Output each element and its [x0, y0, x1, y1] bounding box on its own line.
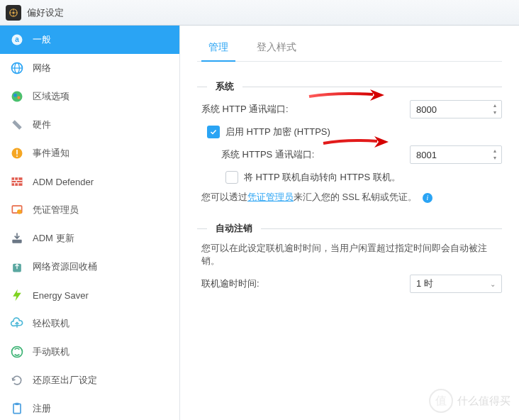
- svg-rect-31: [16, 403, 19, 405]
- sidebar-item-cert[interactable]: 凭证管理员: [0, 196, 179, 224]
- sidebar-item-recycle[interactable]: 网络资源回收桶: [0, 253, 179, 281]
- enable-https-checkbox[interactable]: [207, 126, 220, 138]
- svg-point-11: [12, 92, 23, 102]
- cert-manager-link[interactable]: 凭证管理员: [247, 192, 294, 202]
- content-panel: 管理 登入样式 系统 系统 HTTP 通讯端口: ▴▾: [180, 26, 519, 420]
- sidebar: a 一般 网络 区域选项 硬件 事件通知 ADM Defender 凭证管理员: [0, 26, 180, 420]
- svg-point-13: [17, 96, 20, 99]
- sidebar-item-label: ADM Defender: [33, 177, 94, 187]
- sidebar-item-manual[interactable]: 手动联机: [0, 338, 179, 366]
- clipboard-icon: [10, 402, 24, 416]
- recycle-icon: [10, 260, 24, 274]
- sidebar-item-register[interactable]: 注册: [0, 394, 179, 420]
- sidebar-item-label: 凭证管理员: [33, 204, 79, 216]
- http-port-spinners[interactable]: ▴▾: [490, 101, 500, 117]
- sidebar-item-label: 区域选项: [33, 90, 69, 103]
- sidebar-item-label: 事件通知: [33, 147, 69, 160]
- http-port-value[interactable]: [411, 104, 501, 115]
- timeout-value: 1 时: [416, 277, 433, 290]
- cloud-icon: [10, 316, 24, 331]
- manual-connect-icon: [10, 345, 24, 359]
- sidebar-item-label: 手动联机: [33, 346, 69, 358]
- https-port-input[interactable]: ▴▾: [410, 145, 502, 164]
- sidebar-item-hardware[interactable]: 硬件: [0, 111, 179, 139]
- http-port-label: 系统 HTTP 通讯端口:: [201, 103, 329, 116]
- sidebar-item-label: Energy Saver: [33, 290, 89, 301]
- globe-icon: [10, 61, 24, 75]
- https-port-spinners[interactable]: ▴▾: [490, 147, 500, 162]
- redirect-checkbox[interactable]: [225, 171, 238, 184]
- watermark: 值 什么值得买: [429, 389, 510, 413]
- hardware-icon: [10, 118, 24, 132]
- logout-hint: 您可以在此设定联机逾时时间，当用户闲置超过指定时间即会自动被注销。: [201, 242, 502, 267]
- sidebar-item-general[interactable]: a 一般: [0, 26, 179, 54]
- sidebar-item-factory[interactable]: 还原至出厂设定: [0, 366, 179, 394]
- app-icon: [6, 5, 21, 21]
- sidebar-item-label: 轻松联机: [33, 317, 69, 330]
- sidebar-item-update[interactable]: ADM 更新: [0, 224, 179, 253]
- general-icon: a: [10, 33, 24, 47]
- tab-login-style[interactable]: 登入样式: [254, 35, 299, 61]
- svg-rect-16: [16, 155, 18, 157]
- tabs: 管理 登入样式: [197, 35, 502, 62]
- sidebar-item-ezconnect[interactable]: 轻松联机: [0, 309, 179, 338]
- svg-rect-27: [12, 240, 21, 243]
- reset-icon: [10, 373, 24, 387]
- sidebar-item-label: ADM 更新: [33, 232, 74, 245]
- svg-rect-17: [12, 177, 23, 186]
- sidebar-item-label: 网络: [33, 62, 51, 74]
- svg-point-1: [12, 11, 15, 14]
- system-section: 系统 系统 HTTP 通讯端口: ▴▾ 启用 HTTP 加密 (HTTPS) 系…: [197, 77, 502, 204]
- logout-legend: 自动注销: [211, 222, 257, 235]
- certificate-icon: [10, 203, 24, 217]
- https-port-label: 系统 HTTPS 通讯端口:: [221, 148, 335, 161]
- sidebar-item-notify[interactable]: 事件通知: [0, 139, 179, 167]
- region-icon: [10, 89, 24, 104]
- titlebar: 偏好设定: [0, 0, 519, 26]
- timeout-select[interactable]: 1 时 ⌄: [410, 275, 502, 293]
- window-title: 偏好设定: [27, 6, 64, 19]
- tab-manage[interactable]: 管理: [206, 35, 231, 61]
- logout-section: 自动注销 您可以在此设定联机逾时时间，当用户闲置超过指定时间即会自动被注销。 联…: [197, 219, 502, 293]
- firewall-icon: [10, 175, 24, 189]
- watermark-icon: 值: [429, 389, 453, 413]
- energy-icon: [10, 288, 24, 302]
- sidebar-item-label: 网络资源回收桶: [33, 260, 97, 273]
- enable-https-label: 启用 HTTP 加密 (HTTPS): [225, 126, 330, 138]
- https-port-value[interactable]: [411, 150, 501, 160]
- svg-text:a: a: [15, 35, 19, 43]
- sidebar-item-label: 硬件: [33, 118, 51, 131]
- svg-point-26: [17, 209, 22, 214]
- sidebar-item-label: 还原至出厂设定: [33, 374, 97, 387]
- system-legend: 系统: [211, 80, 238, 93]
- update-icon: [10, 231, 24, 245]
- sidebar-item-label: 注册: [33, 402, 51, 415]
- redirect-label: 将 HTTP 联机自动转向 HTTPS 联机。: [244, 171, 401, 184]
- watermark-text: 什么值得买: [457, 394, 510, 408]
- svg-point-12: [13, 94, 17, 97]
- sidebar-item-region[interactable]: 区域选项: [0, 82, 179, 111]
- chevron-down-icon: ⌄: [490, 280, 496, 288]
- sidebar-item-network[interactable]: 网络: [0, 54, 179, 82]
- alert-icon: [10, 146, 24, 160]
- sidebar-item-energy[interactable]: Energy Saver: [0, 281, 179, 309]
- sidebar-item-label: 一般: [33, 33, 51, 46]
- svg-rect-15: [16, 150, 18, 155]
- ssl-hint: 您可以透过凭证管理员来汇入您的 SSL 私钥或凭证。 i: [201, 191, 502, 204]
- info-icon[interactable]: i: [423, 193, 432, 203]
- svg-rect-30: [13, 404, 21, 413]
- sidebar-item-defender[interactable]: ADM Defender: [0, 167, 179, 196]
- http-port-input[interactable]: ▴▾: [410, 100, 502, 118]
- timeout-label: 联机逾时时间:: [201, 277, 329, 290]
